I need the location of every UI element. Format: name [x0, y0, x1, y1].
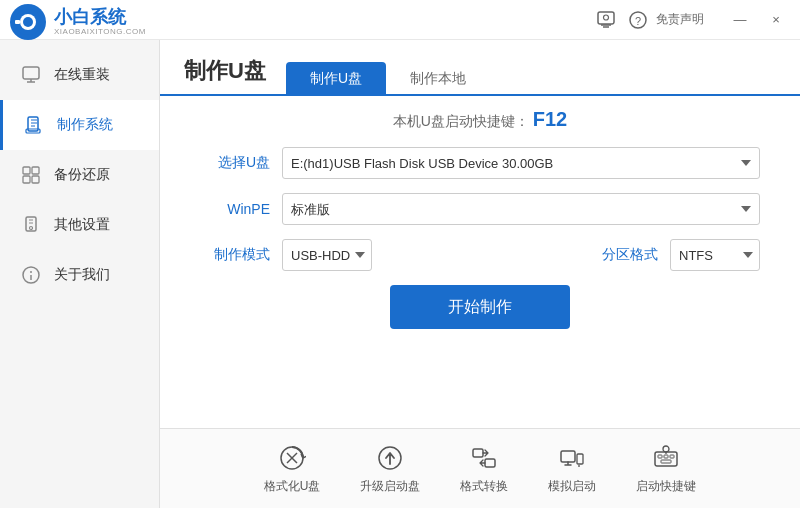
tool-upgrade-boot[interactable]: 升级启动盘 [360, 442, 420, 495]
format-convert-icon [468, 442, 500, 474]
svg-rect-25 [561, 451, 575, 462]
svg-rect-28 [658, 455, 662, 458]
sidebar-label-backup-restore: 备份还原 [54, 166, 110, 184]
winpe-select[interactable]: 标准版 [282, 193, 760, 225]
bottom-toolbar: 格式化U盘 升级启动盘 [160, 428, 800, 508]
svg-rect-27 [655, 452, 677, 466]
tool-simulate-boot-label: 模拟启动 [548, 478, 596, 495]
svg-rect-31 [661, 460, 671, 463]
shortcut-hint-text: 本机U盘启动快捷键： [393, 113, 529, 129]
content-area: 制作U盘 制作U盘 制作本地 本机U盘启动快捷键： F12 选择U盘 E:(hd… [160, 40, 800, 508]
tool-format-usb[interactable]: 格式化U盘 [264, 442, 321, 495]
make-system-icon [23, 114, 45, 136]
partition-group: 分区格式 NTFS [602, 239, 760, 271]
svg-rect-11 [23, 167, 30, 174]
start-button[interactable]: 开始制作 [390, 285, 570, 329]
online-reinstall-icon [20, 64, 42, 86]
svg-point-18 [30, 271, 32, 273]
mode-partition-row: 制作模式 USB-HDD 分区格式 NTFS [200, 239, 760, 271]
sidebar-label-about-us: 关于我们 [54, 266, 110, 284]
sidebar-item-online-reinstall[interactable]: 在线重装 [0, 50, 159, 100]
sidebar-label-online-reinstall: 在线重装 [54, 66, 110, 84]
user-icon[interactable] [592, 6, 620, 34]
tool-boot-shortcut[interactable]: 启动快捷键 [636, 442, 696, 495]
main-layout: 在线重装 制作系统 备份还原 [0, 40, 800, 508]
sidebar-item-make-system[interactable]: 制作系统 [0, 100, 159, 150]
sidebar-item-other-settings[interactable]: 其他设置 [0, 200, 159, 250]
page-header: 制作U盘 制作U盘 制作本地 [160, 40, 800, 96]
mode-group: 制作模式 USB-HDD [200, 239, 590, 271]
tool-boot-shortcut-label: 启动快捷键 [636, 478, 696, 495]
logo-area: 小白系统 XIAOBAIXITONG.COM [10, 4, 146, 40]
mode-label: 制作模式 [200, 246, 270, 264]
simulate-boot-icon [556, 442, 588, 474]
svg-rect-8 [23, 67, 39, 79]
svg-rect-13 [23, 176, 30, 183]
svg-rect-12 [32, 167, 39, 174]
sidebar: 在线重装 制作系统 备份还原 [0, 40, 160, 508]
svg-rect-23 [473, 449, 483, 457]
form-area: 本机U盘启动快捷键： F12 选择U盘 E:(hd1)USB Flash Dis… [160, 96, 800, 428]
svg-text:?: ? [635, 15, 641, 27]
tab-make-usb[interactable]: 制作U盘 [286, 62, 386, 96]
logo-subtitle: XIAOBAIXITONG.COM [54, 27, 146, 36]
tool-format-convert-label: 格式转换 [460, 478, 508, 495]
logo-icon [10, 4, 46, 40]
sidebar-item-about-us[interactable]: 关于我们 [0, 250, 159, 300]
svg-rect-26 [577, 454, 583, 464]
svg-rect-3 [15, 20, 20, 24]
svg-rect-24 [485, 459, 495, 467]
svg-point-32 [663, 446, 669, 452]
shortcut-key: F12 [533, 108, 567, 130]
close-button[interactable]: × [760, 6, 792, 34]
svg-point-2 [23, 17, 33, 27]
page-title: 制作U盘 [184, 56, 266, 94]
partition-label: 分区格式 [602, 246, 658, 264]
backup-restore-icon [20, 164, 42, 186]
minimize-button[interactable]: — [724, 6, 756, 34]
tabs: 制作U盘 制作本地 [286, 60, 490, 94]
svg-rect-29 [664, 455, 668, 458]
winpe-label: WinPE [200, 201, 270, 217]
winpe-select-wrap: 标准版 [282, 193, 760, 225]
usb-select-row: 选择U盘 E:(hd1)USB Flash Disk USB Device 30… [200, 147, 760, 179]
partition-select[interactable]: NTFS [670, 239, 760, 271]
tab-make-local[interactable]: 制作本地 [386, 62, 490, 96]
usb-label: 选择U盘 [200, 154, 270, 172]
sidebar-label-other-settings: 其他设置 [54, 216, 110, 234]
tool-format-convert[interactable]: 格式转换 [460, 442, 508, 495]
free-disclaimer[interactable]: 免责声明 [656, 11, 704, 28]
tool-simulate-boot[interactable]: 模拟启动 [548, 442, 596, 495]
upgrade-boot-icon [374, 442, 406, 474]
titlebar-actions: ? 免责声明 — × [592, 6, 792, 34]
svg-rect-30 [670, 455, 674, 458]
svg-rect-15 [26, 217, 36, 231]
tool-upgrade-boot-label: 升级启动盘 [360, 478, 420, 495]
logo-text: 小白系统 XIAOBAIXITONG.COM [54, 8, 146, 37]
svg-point-5 [604, 15, 609, 20]
logo-title: 小白系统 [54, 8, 146, 28]
format-usb-icon [276, 442, 308, 474]
boot-shortcut-icon [650, 442, 682, 474]
mode-select[interactable]: USB-HDD [282, 239, 372, 271]
title-bar: 小白系统 XIAOBAIXITONG.COM ? 免责声明 — × [0, 0, 800, 40]
about-us-icon [20, 264, 42, 286]
svg-point-16 [30, 227, 33, 230]
help-icon[interactable]: ? [624, 6, 652, 34]
shortcut-hint: 本机U盘启动快捷键： F12 [200, 108, 760, 131]
sidebar-label-make-system: 制作系统 [57, 116, 113, 134]
tool-format-usb-label: 格式化U盘 [264, 478, 321, 495]
svg-rect-4 [598, 12, 614, 24]
usb-select[interactable]: E:(hd1)USB Flash Disk USB Device 30.00GB [282, 147, 760, 179]
svg-rect-14 [32, 176, 39, 183]
usb-select-wrap: E:(hd1)USB Flash Disk USB Device 30.00GB [282, 147, 760, 179]
sidebar-item-backup-restore[interactable]: 备份还原 [0, 150, 159, 200]
winpe-row: WinPE 标准版 [200, 193, 760, 225]
other-settings-icon [20, 214, 42, 236]
